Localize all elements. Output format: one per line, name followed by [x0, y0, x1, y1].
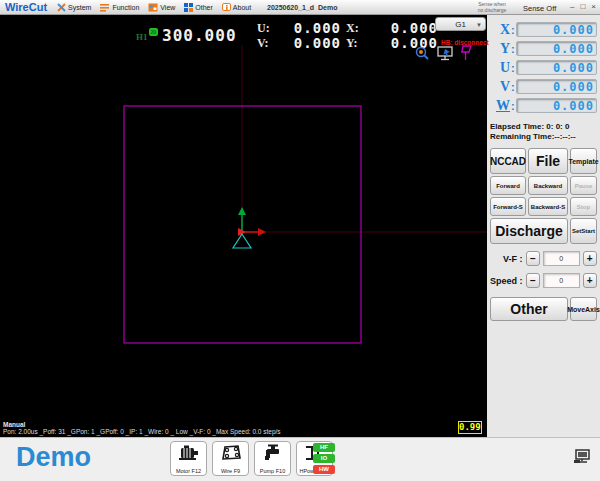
machine-mode: Manual: [3, 421, 25, 428]
x-axis-arrow-icon: [258, 228, 266, 236]
io-status-badge: IO: [313, 454, 335, 463]
remaining-time: Remaining Time:--:--:--: [490, 132, 597, 142]
speed-plus-button[interactable]: +: [583, 273, 597, 288]
menu-bar: System Function View Other About: [57, 3, 251, 12]
sense-note: Sense when no discharge: [468, 1, 516, 13]
discharge-button[interactable]: Discharge: [490, 218, 568, 244]
h-value: 300.000: [162, 26, 236, 45]
menu-function[interactable]: Function: [100, 3, 139, 12]
gcode-select[interactable]: G1 ▼: [435, 17, 486, 31]
titlebar: WireCut System Function View Other About: [0, 0, 600, 15]
sidebar-buttons: NCCAD File Template Forward Backward Pau…: [490, 148, 597, 244]
axis-row-x: X: 0.000: [490, 20, 597, 39]
grid-squares-icon: [184, 3, 193, 12]
pump-icon: [262, 444, 284, 466]
pause-button[interactable]: Pause: [570, 176, 597, 195]
backward-button[interactable]: Backward: [528, 176, 568, 195]
hf-status-badge: HF: [313, 443, 335, 452]
backward-s-button[interactable]: Backward-S: [528, 197, 568, 216]
time-readouts: Elapsed Time: 0: 0: 0 Remaining Time:--:…: [490, 122, 597, 142]
io-status-badges: HF IO HW: [313, 443, 335, 474]
h-code-label: H1: [136, 32, 148, 42]
template-button[interactable]: Template: [570, 148, 597, 174]
speed-label: Speed :: [490, 276, 523, 286]
vf-minus-button[interactable]: −: [526, 251, 540, 266]
sidebar-bottom-buttons: Other MoveAxis: [490, 297, 597, 321]
dro-u-label: U:: [257, 21, 270, 36]
app-logo: WireCut: [5, 1, 47, 13]
axis-x-label: X: [490, 22, 510, 38]
axis-w-label: W: [490, 98, 510, 114]
wire-flag-icon[interactable]: [461, 45, 473, 65]
vf-value: 0: [543, 251, 580, 266]
hw-status-badge: HW: [313, 465, 335, 474]
motor-icon: [178, 444, 200, 466]
network-monitor-icon[interactable]: [573, 449, 590, 468]
info-bubble-icon: [222, 3, 231, 12]
axis-row-w: W: 0.000: [490, 96, 597, 115]
machine-toolbar: Motor F12 Wire F9 Pump F10 HPower F11: [170, 441, 333, 476]
elapsed-time: Elapsed Time: 0: 0: 0: [490, 122, 597, 132]
motor-button[interactable]: Motor F12: [170, 441, 207, 476]
axis-u-label: U: [490, 60, 510, 76]
setstart-button[interactable]: SetStart: [570, 218, 597, 244]
forward-button[interactable]: Forward: [490, 176, 526, 195]
wire-icon: [220, 444, 242, 466]
chevron-down-icon: ▼: [476, 22, 482, 28]
axis-row-y: Y: 0.000: [490, 39, 597, 58]
speed-value: 0: [543, 273, 580, 288]
dro-x-value: 0.000: [362, 20, 438, 36]
axis-x-value: 0.000: [516, 22, 597, 37]
pulse-params: Pon: 2.00us _Poff: 31 _GPon: 1 _GPoff: 0…: [3, 428, 281, 435]
menu-about[interactable]: About: [222, 3, 251, 12]
dro-y-label: Y:: [346, 36, 358, 51]
work-canvas[interactable]: H1 20 300.000 U: 0.000 X: 0.000 V: 0.000…: [0, 15, 487, 437]
pump-button[interactable]: Pump F10: [254, 441, 291, 476]
vf-label: V-F :: [490, 254, 523, 264]
speed-stepper: Speed : − 0 +: [490, 273, 597, 288]
wire-position-icon: [233, 234, 251, 248]
canvas-toolbar: [415, 45, 473, 65]
window-controls: – □ ×: [570, 2, 596, 11]
axis-w-value: 0.000: [516, 98, 597, 113]
menu-view[interactable]: View: [148, 3, 175, 12]
vf-stepper: V-F : − 0 +: [490, 251, 597, 266]
other-button[interactable]: Other: [490, 297, 568, 321]
demo-label: Demo: [16, 442, 91, 473]
sense-mode-label[interactable]: Sense Off: [523, 4, 556, 13]
monitor-cursor-icon[interactable]: [437, 46, 453, 65]
speed-minus-button[interactable]: −: [526, 273, 540, 288]
dro-v-label: V:: [257, 36, 269, 51]
axis-v-value: 0.000: [516, 79, 597, 94]
maximize-button[interactable]: □: [580, 2, 585, 11]
minimize-button[interactable]: –: [570, 2, 574, 11]
moveaxis-button[interactable]: MoveAxis: [570, 297, 597, 321]
axis-row-u: U: 0.000: [490, 58, 597, 77]
view-window-icon: [148, 3, 158, 12]
dro-u-value: 0.000: [270, 20, 341, 36]
menu-other[interactable]: Other: [184, 3, 213, 12]
axis-u-value: 0.000: [516, 60, 597, 75]
main-area: H1 20 300.000 U: 0.000 X: 0.000 V: 0.000…: [0, 15, 600, 437]
forward-s-button[interactable]: Forward-S: [490, 197, 526, 216]
stop-button[interactable]: Stop: [570, 197, 597, 216]
file-button[interactable]: File: [528, 148, 568, 174]
y-axis-arrow-icon: [238, 207, 246, 215]
close-button[interactable]: ×: [591, 2, 596, 11]
bottom-bar: Demo Motor F12 Wire F9 Pump F10 HPower F…: [0, 437, 600, 481]
axis-y-value: 0.000: [516, 41, 597, 56]
control-sidebar: X: 0.000 Y: 0.000 U: 0.000 V: 0.000 W: 0…: [487, 15, 600, 437]
dro-x-label: X:: [346, 21, 359, 36]
menu-system[interactable]: System: [57, 3, 91, 12]
nccad-button[interactable]: NCCAD: [490, 148, 526, 174]
vf-plus-button[interactable]: +: [583, 251, 597, 266]
h-readout: H1 20 300.000: [136, 26, 237, 45]
toolpath-drawing: [0, 15, 487, 437]
zoom-icon[interactable]: [415, 46, 429, 65]
dro-v-value: 0.000: [270, 35, 341, 51]
axis-y-label: Y: [490, 41, 510, 57]
wire-button[interactable]: Wire F9: [212, 441, 249, 476]
document-title: 20250620_1_d Demo: [267, 4, 337, 11]
scale-indicator: 0.99: [458, 421, 482, 434]
wirecut-app: WireCut System Function View Other About: [0, 0, 600, 481]
